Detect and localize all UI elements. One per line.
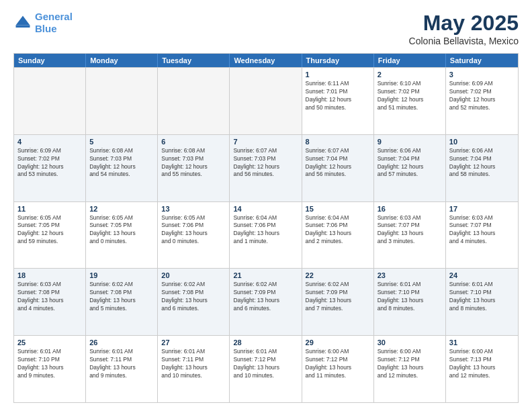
subtitle: Colonia Bellavista, Mexico [409, 36, 519, 46]
calendar-cell: 21Sunrise: 6:02 AM Sunset: 7:09 PM Dayli… [230, 269, 302, 335]
cell-info: Sunrise: 6:03 AM Sunset: 7:07 PM Dayligh… [449, 214, 515, 246]
calendar-cell: 24Sunrise: 6:01 AM Sunset: 7:10 PM Dayli… [446, 269, 518, 335]
calendar-cell: 30Sunrise: 6:00 AM Sunset: 7:12 PM Dayli… [374, 336, 446, 402]
day-number: 13 [161, 205, 226, 213]
calendar-header-cell: Thursday [302, 54, 374, 67]
page: General Blue May 2025 Colonia Bellavista… [0, 0, 532, 411]
calendar-cell: 11Sunrise: 6:05 AM Sunset: 7:05 PM Dayli… [14, 202, 86, 269]
calendar-cell: 14Sunrise: 6:04 AM Sunset: 7:06 PM Dayli… [230, 202, 302, 269]
day-number: 6 [161, 138, 226, 146]
day-number: 2 [378, 71, 442, 79]
calendar-cell: 12Sunrise: 6:05 AM Sunset: 7:05 PM Dayli… [86, 202, 158, 269]
calendar-cell: 2Sunrise: 6:10 AM Sunset: 7:02 PM Daylig… [374, 68, 446, 134]
cell-info: Sunrise: 6:00 AM Sunset: 7:12 PM Dayligh… [378, 348, 442, 380]
calendar-header-cell: Wednesday [230, 54, 302, 67]
cell-info: Sunrise: 6:07 AM Sunset: 7:03 PM Dayligh… [233, 147, 298, 179]
cell-info: Sunrise: 6:01 AM Sunset: 7:10 PM Dayligh… [378, 281, 442, 313]
day-number: 15 [306, 205, 370, 213]
cell-info: Sunrise: 6:08 AM Sunset: 7:03 PM Dayligh… [89, 147, 154, 179]
cell-info: Sunrise: 6:01 AM Sunset: 7:10 PM Dayligh… [17, 348, 82, 380]
calendar-header-cell: Monday [86, 54, 158, 67]
calendar-cell: 19Sunrise: 6:02 AM Sunset: 7:08 PM Dayli… [86, 269, 158, 335]
day-number: 10 [449, 138, 515, 146]
cell-info: Sunrise: 6:06 AM Sunset: 7:04 PM Dayligh… [378, 147, 442, 179]
cell-info: Sunrise: 6:03 AM Sunset: 7:08 PM Dayligh… [17, 281, 82, 313]
calendar-cell: 17Sunrise: 6:03 AM Sunset: 7:07 PM Dayli… [446, 202, 518, 269]
calendar-cell: 25Sunrise: 6:01 AM Sunset: 7:10 PM Dayli… [14, 336, 86, 402]
header: General Blue May 2025 Colonia Bellavista… [13, 11, 519, 46]
cell-info: Sunrise: 6:02 AM Sunset: 7:09 PM Dayligh… [233, 281, 298, 313]
calendar-row: 4Sunrise: 6:09 AM Sunset: 7:02 PM Daylig… [14, 134, 518, 201]
day-number: 30 [378, 338, 442, 347]
cell-info: Sunrise: 6:01 AM Sunset: 7:12 PM Dayligh… [233, 348, 298, 380]
cell-info: Sunrise: 6:11 AM Sunset: 7:01 PM Dayligh… [306, 80, 370, 112]
svg-marker-0 [16, 16, 30, 26]
calendar-cell: 7Sunrise: 6:07 AM Sunset: 7:03 PM Daylig… [230, 135, 302, 201]
cell-info: Sunrise: 6:04 AM Sunset: 7:06 PM Dayligh… [233, 214, 298, 246]
day-number: 11 [17, 205, 82, 213]
calendar-cell: 10Sunrise: 6:06 AM Sunset: 7:04 PM Dayli… [446, 135, 518, 201]
day-number: 14 [233, 205, 298, 213]
day-number: 19 [89, 271, 154, 279]
calendar-cell [14, 68, 86, 134]
day-number: 21 [233, 271, 298, 279]
cell-info: Sunrise: 6:01 AM Sunset: 7:11 PM Dayligh… [161, 348, 226, 380]
calendar-header: SundayMondayTuesdayWednesdayThursdayFrid… [14, 54, 518, 67]
calendar: SundayMondayTuesdayWednesdayThursdayFrid… [13, 53, 519, 403]
cell-info: Sunrise: 6:05 AM Sunset: 7:06 PM Dayligh… [161, 214, 226, 246]
day-number: 8 [306, 138, 370, 146]
day-number: 5 [89, 138, 154, 146]
day-number: 7 [233, 138, 298, 146]
main-title: May 2025 [409, 11, 519, 36]
calendar-header-cell: Friday [374, 54, 446, 67]
calendar-cell [230, 68, 302, 134]
cell-info: Sunrise: 6:06 AM Sunset: 7:04 PM Dayligh… [449, 147, 515, 179]
calendar-cell: 6Sunrise: 6:08 AM Sunset: 7:03 PM Daylig… [158, 135, 230, 201]
calendar-cell: 31Sunrise: 6:00 AM Sunset: 7:13 PM Dayli… [446, 336, 518, 402]
logo: General Blue [13, 11, 73, 35]
cell-info: Sunrise: 6:02 AM Sunset: 7:08 PM Dayligh… [89, 281, 154, 313]
cell-info: Sunrise: 6:05 AM Sunset: 7:05 PM Dayligh… [89, 214, 154, 246]
calendar-cell: 20Sunrise: 6:02 AM Sunset: 7:08 PM Dayli… [158, 269, 230, 335]
day-number: 22 [306, 271, 370, 279]
calendar-header-cell: Tuesday [158, 54, 230, 67]
cell-info: Sunrise: 6:00 AM Sunset: 7:13 PM Dayligh… [449, 348, 515, 380]
calendar-cell: 16Sunrise: 6:03 AM Sunset: 7:07 PM Dayli… [374, 202, 446, 269]
day-number: 4 [17, 138, 82, 146]
day-number: 29 [306, 338, 370, 347]
day-number: 16 [378, 205, 442, 213]
cell-info: Sunrise: 6:10 AM Sunset: 7:02 PM Dayligh… [378, 80, 442, 112]
calendar-cell: 4Sunrise: 6:09 AM Sunset: 7:02 PM Daylig… [14, 135, 86, 201]
cell-info: Sunrise: 6:04 AM Sunset: 7:06 PM Dayligh… [306, 214, 370, 246]
day-number: 1 [306, 71, 370, 79]
calendar-cell: 26Sunrise: 6:01 AM Sunset: 7:11 PM Dayli… [86, 336, 158, 402]
calendar-header-cell: Sunday [14, 54, 86, 67]
day-number: 31 [449, 338, 515, 347]
cell-info: Sunrise: 6:07 AM Sunset: 7:04 PM Dayligh… [306, 147, 370, 179]
calendar-cell: 28Sunrise: 6:01 AM Sunset: 7:12 PM Dayli… [230, 336, 302, 402]
calendar-cell: 3Sunrise: 6:09 AM Sunset: 7:02 PM Daylig… [446, 68, 518, 134]
cell-info: Sunrise: 6:09 AM Sunset: 7:02 PM Dayligh… [17, 147, 82, 179]
logo-icon [13, 13, 32, 32]
day-number: 9 [378, 138, 442, 146]
day-number: 25 [17, 338, 82, 347]
title-block: May 2025 Colonia Bellavista, Mexico [409, 11, 519, 46]
cell-info: Sunrise: 6:03 AM Sunset: 7:07 PM Dayligh… [378, 214, 442, 246]
calendar-cell: 8Sunrise: 6:07 AM Sunset: 7:04 PM Daylig… [302, 135, 374, 201]
calendar-row: 11Sunrise: 6:05 AM Sunset: 7:05 PM Dayli… [14, 201, 518, 269]
calendar-row: 25Sunrise: 6:01 AM Sunset: 7:10 PM Dayli… [14, 335, 518, 402]
cell-info: Sunrise: 6:09 AM Sunset: 7:02 PM Dayligh… [449, 80, 515, 112]
cell-info: Sunrise: 6:08 AM Sunset: 7:03 PM Dayligh… [161, 147, 226, 179]
cell-info: Sunrise: 6:05 AM Sunset: 7:05 PM Dayligh… [17, 214, 82, 246]
calendar-cell: 23Sunrise: 6:01 AM Sunset: 7:10 PM Dayli… [374, 269, 446, 335]
day-number: 28 [233, 338, 298, 347]
calendar-row: 18Sunrise: 6:03 AM Sunset: 7:08 PM Dayli… [14, 268, 518, 335]
day-number: 27 [161, 338, 226, 347]
calendar-row: 1Sunrise: 6:11 AM Sunset: 7:01 PM Daylig… [14, 67, 518, 134]
calendar-cell: 1Sunrise: 6:11 AM Sunset: 7:01 PM Daylig… [302, 68, 374, 134]
cell-info: Sunrise: 6:02 AM Sunset: 7:09 PM Dayligh… [306, 281, 370, 313]
day-number: 24 [449, 271, 515, 279]
day-number: 17 [449, 205, 515, 213]
calendar-cell: 13Sunrise: 6:05 AM Sunset: 7:06 PM Dayli… [158, 202, 230, 269]
svg-rect-1 [16, 26, 30, 28]
